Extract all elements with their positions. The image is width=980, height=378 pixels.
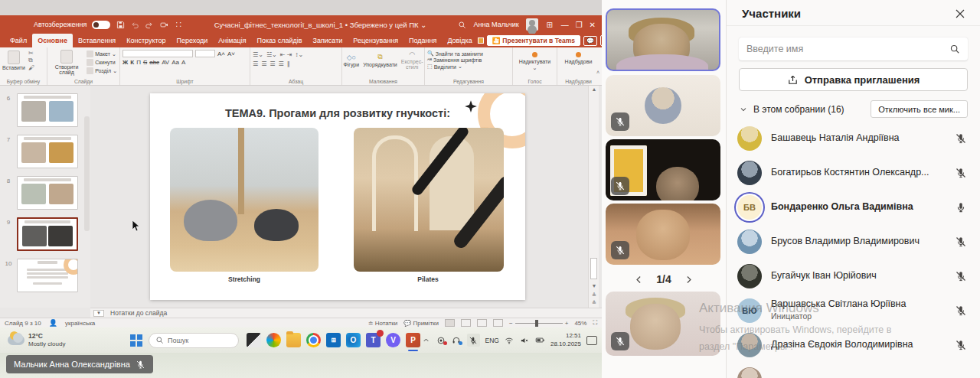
quick-styles-button[interactable]: ◠Експрес-стилі <box>401 51 423 70</box>
slide-thumbnail-10[interactable] <box>17 259 78 292</box>
shrink-font-icon[interactable]: A˅ <box>227 51 235 57</box>
start-button[interactable] <box>130 334 142 347</box>
weather-widget[interactable]: 12°CMostly cloudy <box>0 332 130 348</box>
slide-thumbnail-9[interactable] <box>17 217 78 251</box>
next-slide-icon[interactable]: ≛ <box>589 300 599 306</box>
headset-tray-icon[interactable] <box>452 335 462 345</box>
participant-row[interactable]: Башавець Наталія Андріївна <box>727 121 980 155</box>
zoom-level[interactable]: 45% <box>574 320 586 327</box>
participant-mic-muted-icon[interactable] <box>955 132 967 145</box>
tab-7[interactable]: Записати <box>308 34 348 47</box>
zoom-out-icon[interactable]: − <box>509 320 513 327</box>
fit-slide-icon[interactable]: ⛶ <box>593 319 597 327</box>
zoom-in-icon[interactable]: + <box>565 320 569 327</box>
copilot-icon[interactable] <box>266 333 281 347</box>
participant-mic-muted-icon[interactable] <box>955 270 967 282</box>
font-size-box[interactable] <box>195 50 215 57</box>
account-avatar[interactable] <box>526 18 538 31</box>
customize-qat-icon[interactable]: ⸬ <box>174 20 183 29</box>
slide-thumbnail-8[interactable] <box>17 176 78 210</box>
tab-6[interactable]: Показ слайдів <box>252 34 308 47</box>
minimize-button[interactable]: — <box>561 21 569 29</box>
participant-row[interactable]: ВЮВаршавська Світлана ЮріївнаИнициатор <box>727 293 980 327</box>
slide-thumbnail-7[interactable] <box>17 135 78 168</box>
addins-button[interactable]: Надбудови <box>560 50 597 64</box>
normal-view-icon[interactable] <box>445 319 455 327</box>
account-name[interactable]: Анна Мальчик <box>474 21 519 28</box>
slide-title[interactable]: ТЕМА9. Прогами для розвитку гнучкості: <box>150 107 525 119</box>
video-tile-4[interactable] <box>606 204 720 265</box>
autosave-toggle[interactable] <box>92 21 110 29</box>
indent-icons[interactable]: ⇤ ⇥ <box>280 51 292 58</box>
restore-button[interactable]: ❐ <box>576 21 583 29</box>
new-slide-button[interactable]: Створити слайд <box>50 50 83 75</box>
participant-row[interactable]: Богатирьов Костянтин Олександр... <box>727 155 980 190</box>
justify-icon[interactable]: ☰ <box>279 60 284 67</box>
participant-mic-muted-icon[interactable] <box>955 236 967 248</box>
notes-collapse-icon[interactable]: ▼ <box>93 310 104 317</box>
participant-row[interactable]: Дразіна Євдокія Володимирівна <box>727 327 980 362</box>
columns-icon[interactable]: ∥ <box>287 60 290 67</box>
tab-file[interactable]: Файл <box>5 34 32 47</box>
teams-icon[interactable]: T <box>366 333 381 347</box>
copy-icon[interactable]: ⧉ <box>28 57 34 64</box>
scrollbar-thumb[interactable] <box>590 258 597 279</box>
powerpoint-icon[interactable]: P <box>406 333 420 347</box>
notes-bar[interactable]: ▼ Нотатки до слайда <box>90 308 602 318</box>
participant-row[interactable]: Брусов Владимир Владимирович <box>727 224 980 259</box>
reset-button[interactable]: Скинути <box>87 59 117 66</box>
shapes-button[interactable]: ◇○Фігури <box>343 51 359 70</box>
participant-search-input[interactable]: Введите имя <box>739 37 968 60</box>
format-painter-icon[interactable]: 🖌 <box>28 64 34 71</box>
scroll-up-icon[interactable]: ▲ <box>589 86 599 92</box>
tab-10[interactable]: Довідка <box>442 34 477 47</box>
participant-mic-on-icon[interactable] <box>955 201 967 213</box>
save-icon[interactable] <box>116 20 125 29</box>
slideshow-view-icon[interactable] <box>493 319 503 327</box>
video-tile-1[interactable] <box>606 8 720 71</box>
tab-1[interactable]: Основне <box>32 34 73 47</box>
zoom-knob[interactable] <box>535 320 538 327</box>
slide-sorter-view-icon[interactable] <box>461 319 471 327</box>
font-format-button[interactable]: A <box>181 59 185 66</box>
tab-2[interactable]: Вставлення <box>73 34 121 47</box>
document-title[interactable]: Сучасні_фітнес_технології_в_школі_1 • Зб… <box>183 21 457 29</box>
comments-button[interactable]: 💬 <box>583 36 597 46</box>
search-icon[interactable] <box>458 20 467 29</box>
accessibility-icon[interactable]: 👤 <box>49 319 57 327</box>
recording-tray-icon[interactable] <box>436 335 446 345</box>
taskbar-search[interactable]: Пошук <box>149 333 239 348</box>
send-invite-button[interactable]: Отправка приглашения <box>739 68 968 91</box>
replace-fonts-button[interactable]: ᴬᴮ Замінення шрифтів <box>427 57 510 63</box>
undo-icon[interactable] <box>130 20 139 29</box>
notes-toggle[interactable]: ≐ Нотатки <box>368 320 397 327</box>
font-format-button[interactable]: Aa <box>172 59 179 66</box>
tab-4[interactable]: Переходи <box>172 34 214 47</box>
paste-button[interactable]: Вставити <box>2 50 25 71</box>
bullets-icon[interactable]: ☰⌄ <box>253 51 263 58</box>
video-tile-2[interactable] <box>606 75 720 136</box>
language-status[interactable]: українська <box>65 320 95 327</box>
zoom-slider[interactable]: − + <box>509 320 568 327</box>
participant-mic-muted-icon[interactable] <box>955 339 967 351</box>
select-button[interactable]: ⬚ Виділити ⌄ <box>427 64 510 70</box>
numbering-icon[interactable]: ☱⌄ <box>266 51 277 58</box>
participant-row[interactable] <box>727 362 980 378</box>
tray-expand-icon[interactable] <box>421 335 431 345</box>
video-tile-5[interactable] <box>606 292 720 356</box>
volume-muted-icon[interactable] <box>520 335 530 345</box>
record-icon[interactable] <box>159 20 168 29</box>
tab-5[interactable]: Анімація <box>213 34 251 47</box>
participant-mic-muted-icon[interactable] <box>955 305 967 317</box>
wifi-icon[interactable] <box>505 335 514 345</box>
scroll-down-icon[interactable]: ▼ <box>589 283 599 288</box>
present-in-teams-button[interactable]: 🎦 Презентувати в Teams <box>487 35 580 46</box>
grow-font-icon[interactable]: A˄ <box>217 51 225 57</box>
chrome-icon[interactable] <box>306 333 321 347</box>
vertical-scrollbar[interactable]: ▲ ▼ ≜ ≛ <box>588 86 599 308</box>
align-center-icon[interactable]: ☰ <box>261 60 266 67</box>
viber-icon[interactable]: V <box>386 333 400 347</box>
align-right-icon[interactable]: ☰ <box>270 60 275 67</box>
participant-mic-muted-icon[interactable] <box>955 167 967 179</box>
font-format-button[interactable]: П <box>136 59 141 66</box>
